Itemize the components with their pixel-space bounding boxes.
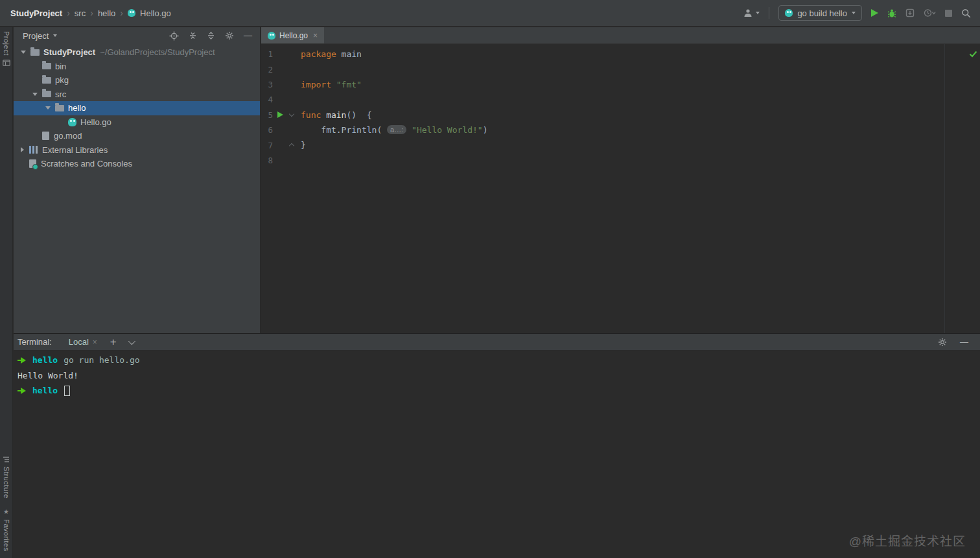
stripe-button-structure[interactable]: Structure bbox=[3, 456, 10, 498]
collapse-all-icon bbox=[189, 31, 197, 40]
search-everywhere-button[interactable] bbox=[961, 8, 971, 18]
coverage-icon bbox=[905, 8, 915, 17]
stripe-project-label: Project bbox=[3, 31, 10, 56]
breadcrumb: StudyProject › src › hello › Hello.go bbox=[10, 8, 171, 18]
search-icon bbox=[961, 8, 971, 18]
breadcrumb-separator: › bbox=[67, 8, 70, 18]
stop-button[interactable] bbox=[945, 10, 952, 17]
terminal-line: hello go run hello.go bbox=[18, 353, 980, 368]
breadcrumb-file[interactable]: Hello.go bbox=[140, 8, 171, 18]
project-panel-title[interactable]: Project bbox=[23, 31, 49, 41]
stripe-button-project[interactable]: Project bbox=[3, 31, 10, 66]
toolbar-divider bbox=[769, 7, 769, 19]
collapse-all-button[interactable] bbox=[189, 31, 197, 40]
stop-icon bbox=[945, 10, 952, 17]
goland-window: StudyProject › src › hello › Hello.go go… bbox=[0, 0, 980, 558]
tree-item-external-libraries[interactable]: External Libraries bbox=[14, 143, 260, 157]
fold-region-end-icon[interactable] bbox=[289, 143, 294, 148]
prompt-directory: hello bbox=[32, 355, 58, 365]
terminal-title: Terminal: bbox=[18, 337, 52, 347]
stripe-bottom-group: Structure ★ Favorites bbox=[3, 446, 10, 552]
tree-item-label: bin bbox=[55, 62, 66, 71]
tree-item-src[interactable]: src bbox=[14, 87, 260, 102]
tree-item-label: Hello.go bbox=[80, 117, 111, 127]
tree-item-hello-go[interactable]: Hello.go bbox=[14, 115, 260, 130]
hide-terminal-button[interactable]: — bbox=[960, 339, 968, 345]
line-number: 2 bbox=[262, 65, 273, 75]
profiler-clock-icon bbox=[924, 8, 936, 17]
terminal-header: Terminal: Local × + — bbox=[14, 334, 980, 351]
tree-item-bin[interactable]: bin bbox=[14, 60, 260, 74]
watermark: @稀土掘金技术社区 bbox=[849, 531, 966, 549]
terminal-line: hello bbox=[18, 383, 980, 399]
debug-button[interactable] bbox=[887, 8, 896, 18]
user-account-button[interactable] bbox=[743, 8, 760, 17]
breadcrumb-project[interactable]: StudyProject bbox=[10, 8, 62, 18]
folder-icon bbox=[30, 49, 40, 56]
tree-item-go-mod[interactable]: go.mod bbox=[14, 129, 260, 143]
structure-icon bbox=[3, 456, 10, 463]
profiler-button[interactable] bbox=[924, 8, 936, 17]
terminal-tool-window: Terminal: Local × + — hello go run hello… bbox=[14, 333, 980, 558]
right-margin-guide bbox=[944, 44, 945, 333]
code-area[interactable]: package main import "fmt" func main() { … bbox=[297, 44, 968, 333]
project-panel-actions: — bbox=[169, 31, 252, 41]
chevron-down-icon[interactable] bbox=[21, 51, 26, 54]
chevron-down-icon[interactable] bbox=[53, 34, 57, 37]
terminal-cursor bbox=[64, 386, 70, 396]
close-icon[interactable]: × bbox=[313, 31, 318, 40]
editor-tab-bar: Hello.go × bbox=[261, 27, 980, 44]
code-line bbox=[301, 153, 968, 168]
toolbar-right-actions: go build hello bbox=[743, 5, 971, 21]
fold-region-icon[interactable] bbox=[289, 111, 294, 117]
run-with-coverage-button[interactable] bbox=[905, 8, 915, 17]
tree-item-pkg[interactable]: pkg bbox=[14, 73, 260, 87]
terminal-output[interactable]: hello go run hello.go Hello World! hello bbox=[14, 351, 980, 399]
hide-panel-button[interactable]: — bbox=[244, 32, 252, 39]
run-main-gutter-icon[interactable] bbox=[277, 111, 283, 118]
new-session-button[interactable]: + bbox=[110, 338, 117, 347]
terminal-settings-button[interactable] bbox=[938, 338, 947, 347]
gear-icon bbox=[938, 338, 947, 347]
chevron-down-icon[interactable] bbox=[32, 93, 38, 96]
breadcrumb-hello[interactable]: hello bbox=[98, 8, 115, 18]
stripe-button-favorites[interactable]: ★ Favorites bbox=[3, 509, 10, 552]
line-number: 5 bbox=[262, 110, 273, 120]
gear-icon bbox=[225, 31, 234, 40]
locate-file-button[interactable] bbox=[169, 31, 179, 41]
project-tool-window: Project — S bbox=[14, 27, 261, 333]
target-icon bbox=[169, 31, 179, 41]
expand-all-button[interactable] bbox=[207, 31, 215, 40]
libraries-icon bbox=[29, 146, 38, 154]
tree-item-label: go.mod bbox=[54, 131, 82, 141]
line-number: 1 bbox=[262, 49, 273, 59]
file-icon bbox=[42, 132, 49, 140]
panel-settings-button[interactable] bbox=[225, 31, 234, 40]
stripe-structure-label: Structure bbox=[3, 467, 10, 498]
prompt-arrow-icon bbox=[18, 356, 26, 364]
folder-icon bbox=[42, 91, 51, 97]
tree-item-root[interactable]: StudyProject ~/GolandProjects/StudyProje… bbox=[14, 45, 260, 60]
tree-item-scratches[interactable]: Scratches and Consoles bbox=[14, 157, 260, 171]
chevron-down-icon bbox=[852, 12, 856, 14]
folder-icon bbox=[55, 105, 64, 111]
close-icon[interactable]: × bbox=[93, 338, 97, 347]
breadcrumb-src[interactable]: src bbox=[75, 8, 86, 18]
tree-item-hello[interactable]: hello bbox=[14, 101, 260, 115]
inspections-ok-icon[interactable] bbox=[969, 51, 977, 58]
terminal-line: Hello World! bbox=[18, 368, 980, 384]
editor-tab-hello-go[interactable]: Hello.go × bbox=[261, 27, 324, 43]
editor: 1 2 3 4 5 6 7 8 package main bbox=[261, 44, 980, 333]
chevron-right-icon[interactable] bbox=[21, 147, 24, 152]
chevron-down-icon[interactable] bbox=[45, 106, 51, 110]
tree-item-label: Scratches and Consoles bbox=[41, 159, 132, 169]
chevron-down-icon[interactable] bbox=[128, 337, 135, 344]
run-button[interactable] bbox=[871, 9, 878, 17]
run-configuration-select[interactable]: go build hello bbox=[778, 5, 862, 21]
code-line: import "fmt" bbox=[301, 77, 968, 92]
code-line: fmt.Println( a…: "Hello World!") bbox=[301, 122, 968, 137]
tree-item-label: StudyProject bbox=[43, 47, 95, 57]
terminal-tab-local[interactable]: Local bbox=[69, 337, 89, 347]
folder-icon bbox=[42, 63, 51, 69]
play-icon bbox=[871, 9, 878, 17]
